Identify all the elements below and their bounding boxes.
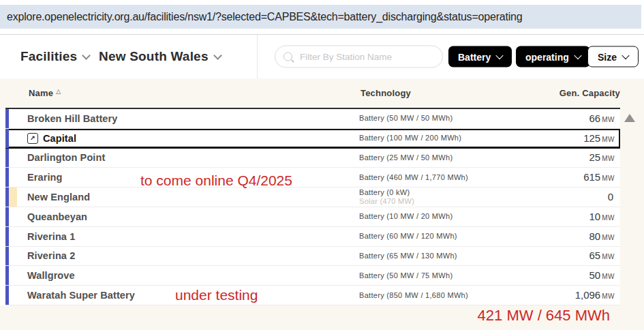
capacity-unit: MW	[602, 253, 615, 260]
size-filter-button[interactable]: Size	[587, 46, 639, 68]
status-filter-button[interactable]: operating	[516, 46, 590, 68]
browser-address-bar[interactable]: explore.openelectricity.org.au/facilitie…	[0, 5, 641, 29]
tech-filter-button[interactable]: Battery	[448, 46, 512, 68]
technology-primary: Battery (25 MW / 50 MWh)	[359, 153, 512, 162]
table-row[interactable]: Riverina 2 Battery (65 MW / 130 MWh) 65M…	[5, 247, 620, 267]
capacity-unit: MW	[602, 155, 615, 162]
facility-color-bar	[5, 227, 9, 246]
facility-color-bar	[5, 129, 9, 148]
capacity-value: 80	[589, 230, 601, 242]
technology-primary: Battery (50 MW / 50 MWh)	[359, 114, 512, 123]
table-header: Name△ Technology Gen. Capacity	[0, 78, 644, 109]
table-row[interactable]: Riverina 1 Battery (60 MW / 120 MWh) 80M…	[5, 227, 620, 247]
capacity-value: 65	[589, 250, 601, 261]
capacity-value: 50	[589, 269, 601, 281]
facility-name: Wallgrove	[27, 270, 75, 281]
facility-name: Queanbeyan	[27, 211, 87, 222]
solar-color-bar	[9, 188, 17, 207]
capacity-value: 10	[589, 211, 601, 222]
column-header-name-label: Name	[29, 88, 53, 98]
search-input[interactable]	[298, 51, 431, 63]
capacity-unit: MW	[602, 214, 615, 222]
capacity-value: 66	[589, 112, 601, 124]
table-row[interactable]: Waratah Super Battery Battery (850 MW / …	[5, 286, 620, 305]
capacity-value: 25	[589, 151, 601, 163]
capacity-unit: MW	[602, 273, 615, 280]
column-header-capacity[interactable]: Gen. Capacity	[518, 88, 620, 98]
right-gutter	[620, 109, 644, 330]
annotation-waratah: under testing	[175, 287, 258, 303]
technology-primary: Battery (850 MW / 1,680 MWh)	[359, 291, 512, 300]
column-header-name[interactable]: Name△	[29, 88, 361, 98]
facilities-dropdown[interactable]: Facilities	[20, 49, 89, 64]
status-filter-label: operating	[525, 51, 569, 62]
chevron-down-icon	[622, 51, 629, 59]
facility-name: Riverina 1	[27, 231, 75, 242]
capacity-unit: MW	[602, 234, 615, 241]
table-row[interactable]: Darlington Point Battery (25 MW / 50 MWh…	[5, 149, 620, 168]
technology-primary: Battery (460 MW / 1,770 MWh)	[359, 173, 512, 182]
annotation-eraring: to come online Q4/2025	[140, 172, 292, 189]
facility-name: Riverina 2	[27, 250, 75, 261]
chevron-down-icon	[574, 51, 581, 59]
technology-secondary: Solar (470 MW)	[359, 197, 512, 206]
facility-name: Darlington Point	[27, 152, 105, 163]
scroll-up-arrow-icon[interactable]	[624, 114, 635, 122]
divider	[257, 35, 258, 78]
table-row[interactable]: ↗ Capital Battery (100 MW / 200 MWh) 125…	[5, 129, 620, 149]
facility-name: Waratah Super Battery	[27, 290, 135, 301]
capacity-unit: MW	[602, 292, 615, 300]
region-dropdown[interactable]: New South Wales	[99, 49, 221, 64]
region-label: New South Wales	[99, 49, 209, 64]
facility-color-bar	[5, 207, 9, 226]
chevron-down-icon	[82, 51, 91, 60]
column-header-technology[interactable]: Technology	[361, 88, 518, 98]
station-filter-search[interactable]	[275, 46, 443, 68]
search-icon	[283, 52, 292, 61]
facility-color-bar	[5, 286, 9, 305]
capacity-value: 125	[583, 132, 600, 144]
facility-color-bar	[5, 109, 9, 128]
tech-filter-label: Battery	[458, 51, 491, 62]
technology-primary: Battery (65 MW / 130 MWh)	[359, 252, 512, 260]
chevron-down-icon	[213, 51, 222, 60]
technology-primary: Battery (100 MW / 200 MWh)	[359, 134, 512, 142]
page-url: explore.openelectricity.org.au/facilitie…	[7, 11, 523, 23]
table-row[interactable]: Broken Hill Battery Battery (50 MW / 50 …	[5, 109, 620, 129]
chevron-down-icon	[496, 51, 504, 59]
table-row[interactable]: Queanbeyan Battery (10 MW / 20 MWh) 10MW	[5, 207, 620, 227]
facility-name: Broken Hill Battery	[27, 113, 117, 124]
facility-name: New England	[27, 192, 90, 202]
page-title: Facilities	[20, 49, 77, 64]
table-row[interactable]: Eraring Battery (460 MW / 1,770 MWh) 615…	[5, 168, 620, 188]
size-filter-label: Size	[598, 51, 617, 62]
technology-primary: Battery (10 MW / 20 MWh)	[359, 212, 512, 221]
technology-primary: Battery (0 kW)	[359, 188, 512, 197]
capacity-value: 0	[608, 191, 613, 202]
capacity-value: 1,096	[575, 289, 601, 301]
technology-primary: Battery (60 MW / 120 MWh)	[359, 232, 512, 241]
technology-primary: Battery (50 MW / 75 MWh)	[359, 271, 512, 280]
facility-color-bar	[5, 247, 9, 266]
table-row[interactable]: Wallgrove Battery (50 MW / 75 MWh) 50MW	[5, 266, 620, 286]
facility-color-bar	[5, 149, 9, 168]
annotation-total-capacity: 421 MW / 645 MWh	[478, 307, 610, 325]
sort-asc-icon: △	[56, 88, 61, 95]
facility-name: Capital	[43, 133, 76, 144]
capacity-value: 615	[583, 171, 600, 183]
external-link-icon[interactable]: ↗	[27, 133, 38, 144]
table-row[interactable]: New England Battery (0 kW) Solar (470 MW…	[5, 188, 620, 207]
capacity-unit: MW	[602, 116, 615, 123]
table-body: Broken Hill Battery Battery (50 MW / 50 …	[0, 109, 620, 305]
capacity-unit: MW	[602, 175, 615, 182]
capacity-unit: MW	[602, 136, 615, 143]
toolbar: Facilities New South Wales Battery opera…	[0, 35, 644, 78]
facility-color-bar	[5, 168, 9, 187]
facility-name: Eraring	[27, 172, 62, 183]
facility-color-bar	[5, 266, 9, 285]
